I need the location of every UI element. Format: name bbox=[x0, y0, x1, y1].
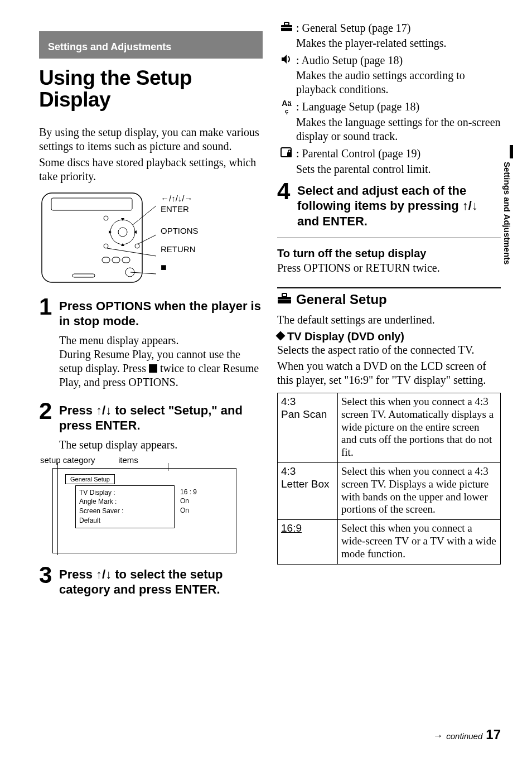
category-language-desc: Makes the language settings for the on-s… bbox=[296, 115, 501, 143]
step-3-number: 3 bbox=[39, 563, 59, 587]
continued-label: continued bbox=[446, 731, 482, 741]
step-4-title: Select and adjust each of the following … bbox=[297, 180, 501, 229]
preview-row-2-key: Screen Saver : bbox=[79, 507, 171, 516]
option-key-0: 4:3 Pan Scan bbox=[278, 393, 338, 463]
remote-label-return: RETURN bbox=[161, 244, 199, 254]
svg-point-6 bbox=[135, 244, 139, 248]
step-2-title: Press ↑/↓ to select "Setup," and press E… bbox=[59, 399, 263, 433]
diamond-icon bbox=[276, 331, 286, 341]
remote-label-options: OPTIONS bbox=[161, 226, 199, 235]
step-1-text-1: The menu display appears. bbox=[59, 334, 263, 348]
preview-row-1-val: On bbox=[180, 496, 197, 506]
side-tab-marker bbox=[510, 145, 513, 158]
category-parental-title: : Parental Control (page 19) bbox=[296, 147, 501, 161]
divider bbox=[277, 238, 501, 238]
step-4-number: 4 bbox=[277, 180, 297, 203]
svg-line-14 bbox=[107, 248, 156, 256]
preview-row-0-val: 16 : 9 bbox=[180, 488, 197, 497]
setup-display-preview: General Setup TV Display : Angle Mark : … bbox=[52, 468, 236, 553]
option-key-2: 16:9 bbox=[278, 520, 338, 564]
step-1: 1 Press OPTIONS when the player is in st… bbox=[39, 295, 263, 389]
category-general-title: : General Setup (page 17) bbox=[296, 21, 501, 35]
svg-point-2 bbox=[110, 220, 135, 244]
language-icon: Aäç bbox=[277, 100, 296, 114]
svg-rect-23 bbox=[278, 300, 291, 300]
option-key-1: 4:3 Letter Box bbox=[278, 463, 338, 520]
step-1-number: 1 bbox=[39, 295, 59, 319]
preview-row-1-key: Angle Mark : bbox=[79, 497, 171, 507]
step-1-title: Press OPTIONS when the player is in stop… bbox=[59, 295, 263, 329]
svg-rect-1 bbox=[51, 198, 132, 210]
step-2-number: 2 bbox=[39, 399, 59, 423]
stop-icon bbox=[149, 364, 157, 373]
right-column: : General Setup (page 17) Makes the play… bbox=[277, 21, 501, 602]
table-row: 16:9 Select this when you connect a wide… bbox=[278, 520, 501, 564]
step-3: 3 Press ↑/↓ to select the setup category… bbox=[39, 563, 263, 602]
svg-rect-11 bbox=[72, 274, 95, 277]
svg-rect-16 bbox=[281, 25, 292, 31]
label-items: items bbox=[118, 455, 138, 465]
svg-line-12 bbox=[133, 206, 156, 225]
table-row: 4:3 Pan Scan Select this when you connec… bbox=[278, 393, 501, 463]
category-audio-title: : Audio Setup (page 18) bbox=[296, 54, 501, 67]
tv-display-options-table: 4:3 Pan Scan Select this when you connec… bbox=[277, 393, 501, 565]
turnoff-text: Press OPTIONS or RETURN twice. bbox=[277, 261, 501, 275]
speaker-icon bbox=[277, 54, 296, 67]
general-setup-heading: General Setup bbox=[277, 287, 501, 307]
option-val-1: Select this when you connect a 4:3 scree… bbox=[338, 463, 501, 520]
svg-point-3 bbox=[118, 228, 127, 237]
page-number: 17 bbox=[486, 727, 501, 742]
svg-rect-18 bbox=[281, 27, 292, 28]
svg-rect-17 bbox=[284, 22, 289, 25]
remote-label-stop: ■ bbox=[161, 262, 199, 273]
page-footer: → continued 17 bbox=[433, 727, 501, 742]
toolbox-icon bbox=[277, 292, 292, 307]
option-val-0: Select this when you connect a 4:3 scree… bbox=[338, 393, 501, 463]
label-setup-category: setup category bbox=[40, 455, 118, 465]
preview-row-2-val: On bbox=[180, 506, 197, 515]
side-tab-label: Settings and Adjustments bbox=[502, 162, 512, 264]
intro-paragraph-2: Some discs have stored playback settings… bbox=[39, 156, 263, 184]
step-1-text-2: During Resume Play, you cannot use the s… bbox=[59, 348, 263, 389]
left-column: Settings and Adjustments Using the Setup… bbox=[39, 21, 263, 602]
remote-diagram: ←/↑/↓/→ ENTER OPTIONS RETURN ■ bbox=[39, 190, 263, 285]
svg-rect-20 bbox=[287, 152, 292, 157]
svg-rect-22 bbox=[282, 293, 287, 297]
preview-row-0-key: TV Display : bbox=[79, 488, 171, 498]
continued-arrow-icon: → bbox=[433, 730, 443, 742]
toolbox-icon bbox=[277, 21, 296, 35]
page-title: Using the Setup Display bbox=[39, 67, 263, 111]
tv-display-heading: TV Display (DVD only) bbox=[277, 330, 501, 343]
remote-label-arrows: ←/↑/↓/→ bbox=[161, 194, 199, 203]
tv-display-p1: Selects the aspect ratio of the connecte… bbox=[277, 343, 501, 357]
lock-icon bbox=[277, 147, 296, 161]
step-4: 4 Select and adjust each of the followin… bbox=[277, 180, 501, 234]
table-row: 4:3 Letter Box Select this when you conn… bbox=[278, 463, 501, 520]
remote-label-enter: ENTER bbox=[161, 204, 199, 214]
section-header: Settings and Adjustments bbox=[39, 31, 263, 59]
svg-rect-8 bbox=[112, 257, 120, 263]
category-parental-desc: Sets the parental control limit. bbox=[296, 162, 501, 176]
preview-category-tab: General Setup bbox=[65, 474, 115, 484]
category-language-title: : Language Setup (page 18) bbox=[296, 100, 501, 114]
turnoff-heading: To turn off the setup display bbox=[277, 247, 501, 260]
category-general-desc: Makes the player-related settings. bbox=[296, 36, 501, 50]
tv-display-p2: When you watch a DVD on the LCD screen o… bbox=[277, 359, 501, 387]
svg-point-5 bbox=[104, 244, 108, 248]
svg-point-4 bbox=[104, 216, 108, 220]
step-2-text: The setup display appears. bbox=[59, 438, 263, 452]
svg-rect-9 bbox=[122, 257, 130, 263]
category-audio-desc: Makes the audio settings according to pl… bbox=[296, 69, 501, 97]
svg-rect-7 bbox=[102, 257, 110, 263]
remote-illustration bbox=[39, 190, 156, 285]
svg-line-13 bbox=[138, 235, 156, 244]
preview-row-3-key: Default bbox=[79, 516, 171, 525]
intro-paragraph-1: By using the setup display, you can make… bbox=[39, 126, 263, 153]
general-setup-intro: The default settings are underlined. bbox=[277, 313, 501, 327]
step-3-title: Press ↑/↓ to select the setup category a… bbox=[59, 563, 263, 597]
option-val-2: Select this when you connect a wide-scre… bbox=[338, 520, 501, 564]
step-2: 2 Press ↑/↓ to select "Setup," and press… bbox=[39, 399, 263, 553]
